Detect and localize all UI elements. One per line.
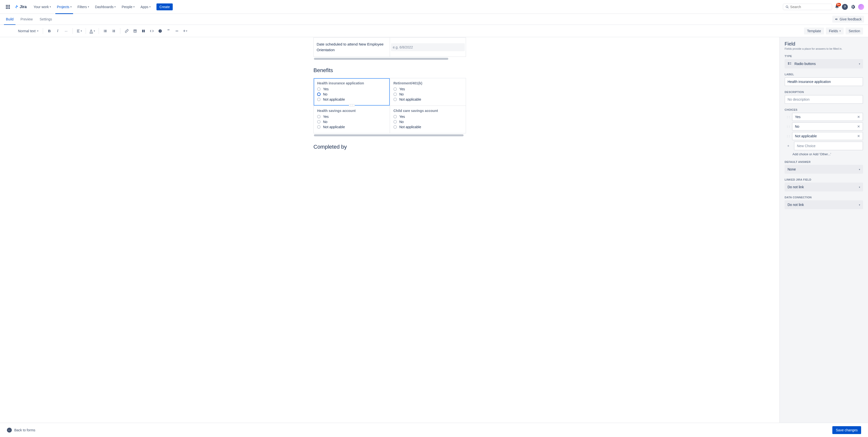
linked-field-select[interactable]: Do not link ▾ <box>784 183 863 191</box>
nav-your-work[interactable]: Your work▾ <box>31 3 53 10</box>
tab-build[interactable]: Build <box>4 14 16 25</box>
radio-option[interactable]: Not applicable <box>317 125 386 129</box>
add-choice-icon[interactable]: ＋ <box>784 142 792 150</box>
chevron-down-icon: ▾ <box>149 5 151 8</box>
back-arrow-icon: ← <box>7 428 12 433</box>
field-health-insurance[interactable]: Health insurance application Yes No Not … <box>314 78 390 105</box>
radio-option[interactable]: Yes <box>317 115 386 119</box>
row-drag-handle[interactable]: ⋮⋮ <box>349 104 355 106</box>
jira-logo[interactable]: Jira <box>14 5 27 9</box>
quote-icon: ” <box>167 30 169 32</box>
label-input[interactable] <box>784 77 863 86</box>
field-child-care[interactable]: Child care savings account Yes No Not ap… <box>390 105 466 133</box>
nav-apps[interactable]: Apps▾ <box>138 3 153 10</box>
date-field-input-cell[interactable]: e.g. 6/8/2022 <box>390 38 466 57</box>
radio-option[interactable]: No <box>317 92 386 96</box>
quote-button[interactable]: ” <box>164 27 173 35</box>
radio-option[interactable]: Not applicable <box>394 97 462 101</box>
search-icon <box>785 5 789 9</box>
radio-option[interactable]: No <box>317 120 386 124</box>
date-field-label-cell[interactable]: Date scheduled to attend New Employee Or… <box>314 38 390 57</box>
info-button[interactable]: i <box>156 27 164 35</box>
add-choice-helper[interactable]: Add choice or Add 'Other...' <box>793 152 863 156</box>
notifications-icon[interactable]: 9+ <box>835 4 839 9</box>
radio-option[interactable]: Not applicable <box>317 97 386 101</box>
field-retirement[interactable]: Retirement/401(k) Yes No Not applicable <box>390 78 466 105</box>
divider-button[interactable] <box>173 27 181 35</box>
text-color-dropdown[interactable]: A ▾ <box>88 27 96 35</box>
choice-input[interactable]: Yes ✕ <box>792 113 863 121</box>
user-avatar[interactable] <box>858 4 864 10</box>
drag-handle-icon[interactable]: ⋮⋮ <box>784 133 792 139</box>
remove-choice-icon[interactable]: ✕ <box>857 134 860 138</box>
nav-people[interactable]: People▾ <box>119 3 137 10</box>
link-button[interactable] <box>123 27 131 35</box>
help-icon[interactable]: ? <box>842 4 848 10</box>
svg-rect-21 <box>144 30 145 32</box>
horizontal-scrollbar[interactable] <box>314 58 448 60</box>
chevron-down-icon: ▾ <box>70 5 71 8</box>
create-button[interactable]: Create <box>156 3 173 10</box>
svg-rect-14 <box>113 31 115 31</box>
text-style-dropdown[interactable]: Normal text ▾ <box>16 27 40 35</box>
chevron-down-icon: ▾ <box>859 186 860 188</box>
tab-preview[interactable]: Preview <box>19 14 35 25</box>
type-select[interactable]: Radio buttons ▾ <box>784 59 863 68</box>
text-style-label: Normal text <box>18 29 36 33</box>
svg-rect-6 <box>105 30 106 30</box>
remove-choice-icon[interactable]: ✕ <box>857 115 860 119</box>
layouts-button[interactable] <box>140 27 147 35</box>
radio-option[interactable]: Yes <box>394 115 462 119</box>
nav-filters[interactable]: Filters▾ <box>75 3 92 10</box>
radio-option[interactable]: No <box>394 120 462 124</box>
drag-handle-icon[interactable]: ⋮⋮ <box>784 123 792 130</box>
radio-list-icon <box>787 62 792 66</box>
template-button[interactable]: Template <box>804 28 824 34</box>
search-input[interactable] <box>783 4 832 10</box>
radio-option[interactable]: No <box>394 92 462 96</box>
new-choice-input[interactable] <box>794 142 863 150</box>
choice-input[interactable]: Not applicable ✕ <box>792 132 863 140</box>
nav-projects[interactable]: Projects▾ <box>54 3 74 10</box>
description-input[interactable] <box>784 95 863 104</box>
give-feedback-button[interactable]: Give feedback <box>832 16 864 23</box>
nav-dashboards[interactable]: Dashboards▾ <box>93 3 118 10</box>
search-field[interactable] <box>790 5 829 9</box>
bold-button[interactable]: B <box>45 27 53 35</box>
link-icon <box>125 29 129 33</box>
field-health-savings[interactable]: ⋮⋮ Health savings account Yes No Not app… <box>314 105 390 133</box>
data-connection-select[interactable]: Do not link ▾ <box>784 200 863 209</box>
bullet-list-button[interactable] <box>101 27 109 35</box>
tab-settings[interactable]: Settings <box>38 14 54 25</box>
form-canvas[interactable]: Date scheduled to attend New Employee Or… <box>0 37 779 423</box>
radio-option[interactable]: Yes <box>317 87 386 91</box>
default-answer-select[interactable]: None ▾ <box>784 165 863 174</box>
svg-rect-10 <box>105 31 106 32</box>
choice-input[interactable]: No ✕ <box>792 122 863 131</box>
fields-dropdown[interactable]: Fields ▾ <box>826 28 844 34</box>
back-to-forms-link[interactable]: ← Back to forms <box>7 428 35 433</box>
horizontal-scrollbar[interactable] <box>314 134 464 136</box>
table-button[interactable] <box>131 27 139 35</box>
ordered-list-button[interactable]: 123 <box>110 27 118 35</box>
radio-icon <box>317 125 320 129</box>
svg-text:i: i <box>160 30 160 32</box>
save-changes-button[interactable]: Save changes <box>832 426 861 434</box>
chevron-down-icon: ▾ <box>859 168 860 171</box>
settings-icon[interactable] <box>850 4 856 9</box>
insert-dropdown[interactable]: + ▾ <box>181 27 189 35</box>
svg-rect-20 <box>142 30 143 32</box>
section-button[interactable]: Section <box>846 28 863 34</box>
align-dropdown[interactable]: ▾ <box>75 27 83 35</box>
code-button[interactable] <box>148 27 156 35</box>
toolbar-separator <box>86 28 86 34</box>
chevron-down-icon: ▾ <box>839 30 841 32</box>
more-formatting-button[interactable]: ··· <box>62 27 70 35</box>
drag-handle-icon[interactable]: ⋮⋮ <box>784 114 792 120</box>
bullet-list-icon <box>103 29 107 33</box>
italic-button[interactable]: I <box>54 27 62 35</box>
remove-choice-icon[interactable]: ✕ <box>857 125 860 128</box>
radio-option[interactable]: Not applicable <box>394 125 462 129</box>
app-switcher-icon[interactable] <box>4 3 12 11</box>
radio-option[interactable]: Yes <box>394 87 462 91</box>
